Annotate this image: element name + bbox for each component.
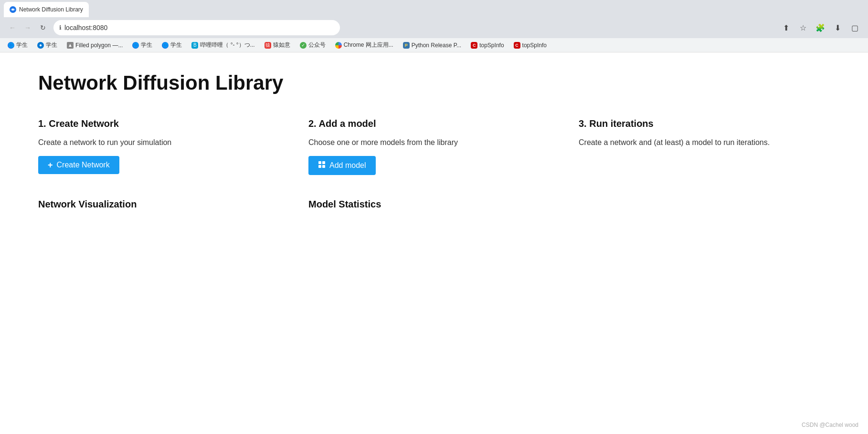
bookmark-label-1: 学生: [16, 41, 28, 49]
bookmarks-bar: 🌐 学生 ● 学生 ▲ Filled polygon —... 🌐 学生 🌐 学…: [0, 38, 868, 52]
bookmark-favicon-2: ●: [37, 42, 44, 49]
step-1-section: 1. Create Network Create a network to ru…: [38, 118, 289, 175]
bottom-sections: Network Visualization Model Statistics: [38, 199, 830, 210]
bookmark-label-6: 哔哩哔哩（ °- °）つ...: [200, 41, 254, 49]
share-button[interactable]: ⬆: [778, 20, 794, 35]
bookmark-label-10: Python Release P...: [412, 42, 462, 49]
download-icon: ⬇: [835, 23, 841, 32]
tab-favicon: [10, 6, 16, 13]
share-icon: ⬆: [783, 23, 789, 32]
forward-icon: →: [24, 24, 31, 31]
bookmark-favicon-12: C: [514, 42, 520, 49]
plus-icon: +: [48, 161, 53, 169]
step-3-heading: 3. Run iterations: [579, 118, 830, 129]
bookmark-topspinfo-1[interactable]: C topSpInfo: [467, 41, 508, 50]
bookmark-favicon-3: ▲: [67, 42, 74, 49]
bookmark-label-5: 学生: [170, 41, 182, 49]
active-tab[interactable]: Network Diffusion Library: [4, 2, 89, 17]
network-visualization-section: Network Visualization: [38, 199, 289, 210]
svg-rect-5: [322, 165, 325, 168]
step-2-description: Choose one or more models from the libra…: [308, 137, 560, 148]
step-2-heading: 2. Add a model: [308, 118, 560, 129]
bookmark-label-3: Filled polygon —...: [75, 42, 123, 49]
forward-button[interactable]: →: [21, 21, 34, 34]
model-statistics-heading: Model Statistics: [308, 199, 560, 210]
star-icon: ☆: [800, 23, 806, 32]
bookmark-label-7: 猿如意: [273, 41, 290, 49]
tab-label: Network Diffusion Library: [19, 6, 83, 13]
download-button[interactable]: ⬇: [830, 20, 845, 35]
extensions-button[interactable]: 🧩: [813, 20, 828, 35]
grid-icon: [318, 161, 326, 170]
bookmark-label-12: topSpInfo: [522, 42, 547, 49]
browser-toolbar: ← → ↻ ℹ ⬆ ☆ 🧩 ⬇: [0, 17, 868, 38]
bookmark-topspinfo-2[interactable]: C topSpInfo: [510, 41, 550, 50]
steps-grid: 1. Create Network Create a network to ru…: [38, 118, 830, 175]
window-button[interactable]: ▢: [847, 20, 862, 35]
bookmark-favicon-6: B: [191, 42, 198, 49]
bookmark-favicon-9: [335, 42, 342, 49]
bookmark-xuesheng-3[interactable]: 🌐 学生: [128, 40, 156, 50]
bookmark-label-8: 公众号: [308, 41, 326, 49]
step-1-description: Create a network to run your simulation: [38, 137, 289, 148]
reload-button[interactable]: ↻: [36, 21, 50, 34]
bookmark-button[interactable]: ☆: [795, 20, 811, 35]
svg-rect-2: [318, 161, 321, 164]
puzzle-icon: 🧩: [815, 23, 825, 32]
bookmark-favicon-7: 猿: [265, 42, 271, 49]
bookmark-label-2: 学生: [46, 41, 57, 49]
bookmark-favicon-11: C: [471, 42, 477, 49]
step-1-heading: 1. Create Network: [38, 118, 289, 129]
bookmark-chrome-webstore[interactable]: Chrome 网上应用...: [331, 40, 397, 50]
step-2-section: 2. Add a model Choose one or more models…: [308, 118, 560, 175]
bookmark-bilibili[interactable]: B 哔哩哔哩（ °- °）つ...: [188, 40, 258, 50]
bookmark-favicon-5: 🌐: [162, 42, 169, 49]
bookmark-xuesheng-4[interactable]: 🌐 学生: [158, 40, 186, 50]
bookmark-yuanruyi[interactable]: 猿 猿如意: [261, 40, 294, 50]
bookmark-xuesheng-2[interactable]: ● 学生: [33, 40, 61, 50]
watermark: CSDN @Cachel wood: [802, 422, 858, 428]
add-model-label: Add model: [329, 161, 366, 170]
create-network-button[interactable]: + Create Network: [38, 156, 119, 174]
bookmark-python[interactable]: P Python Release P...: [399, 41, 466, 50]
network-visualization-heading: Network Visualization: [38, 199, 289, 210]
page-content: Network Diffusion Library 1. Create Netw…: [0, 52, 868, 434]
bookmark-xuesheng-1[interactable]: 🌐 学生: [4, 40, 32, 50]
svg-point-1: [12, 9, 14, 10]
bookmark-label-11: topSpInfo: [479, 42, 504, 49]
bookmark-gongzhonghao[interactable]: ✓ 公众号: [296, 40, 329, 50]
step-3-section: 3. Run iterations Create a network and (…: [579, 118, 830, 175]
back-button[interactable]: ←: [6, 21, 19, 34]
svg-rect-3: [322, 161, 325, 164]
back-icon: ←: [9, 24, 16, 31]
step-3-description: Create a network and (at least) a model …: [579, 137, 830, 148]
toolbar-actions: ⬆ ☆ 🧩 ⬇ ▢: [778, 20, 862, 35]
address-bar[interactable]: ℹ: [53, 20, 340, 35]
bookmark-favicon-10: P: [403, 42, 410, 49]
window-icon: ▢: [851, 23, 858, 32]
bookmark-label-9: Chrome 网上应用...: [344, 41, 393, 49]
model-statistics-section: Model Statistics: [308, 199, 560, 210]
bookmark-favicon-1: 🌐: [8, 42, 14, 49]
reload-icon: ↻: [40, 24, 46, 31]
add-model-button[interactable]: Add model: [308, 156, 376, 175]
svg-rect-4: [318, 165, 321, 168]
bookmark-polygon[interactable]: ▲ Filled polygon —...: [63, 41, 127, 50]
url-input[interactable]: [64, 24, 334, 31]
bookmark-label-4: 学生: [141, 41, 152, 49]
nav-buttons: ← → ↻: [6, 21, 50, 34]
tabs-bar: Network Diffusion Library: [0, 0, 868, 17]
bookmark-favicon-8: ✓: [300, 42, 307, 49]
lock-icon: ℹ: [59, 24, 62, 31]
bookmark-favicon-4: 🌐: [132, 42, 139, 49]
create-network-label: Create Network: [57, 161, 110, 169]
browser-chrome: Network Diffusion Library ← → ↻ ℹ ⬆ ☆: [0, 0, 868, 52]
page-title: Network Diffusion Library: [38, 72, 830, 94]
